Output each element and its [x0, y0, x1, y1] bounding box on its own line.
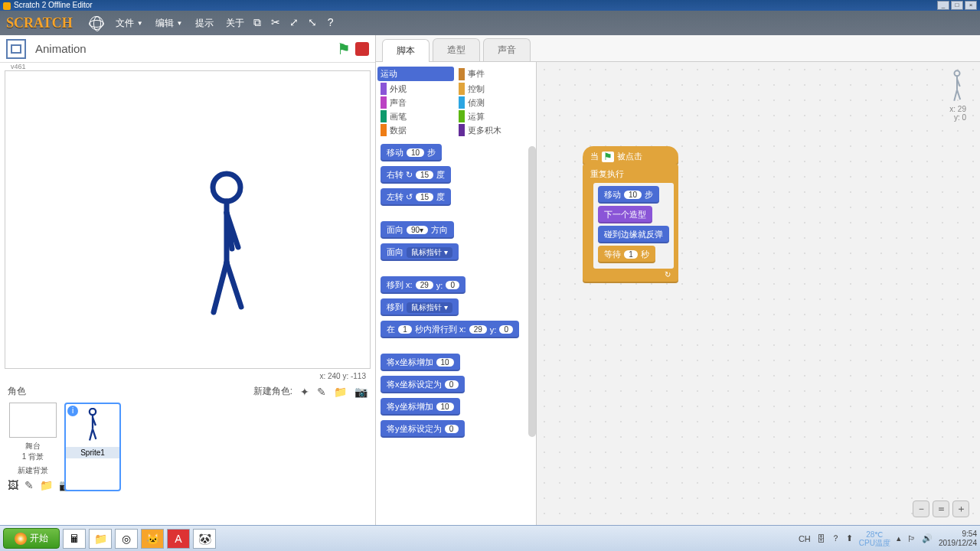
minimize-button[interactable]: _	[937, 1, 949, 10]
menubar: SCRATCH 文件 编辑 提示 关于 ⧉ ✂ ⤢ ⤡ ?	[0, 11, 980, 35]
upload-backdrop-icon[interactable]: 📁	[40, 479, 53, 491]
tray-icon-3[interactable]: ⬆	[846, 533, 853, 543]
stage[interactable]	[5, 70, 371, 369]
zoom-out-button[interactable]: －	[913, 500, 929, 517]
hat-when-flag-clicked[interactable]: 当⚑被点击	[583, 146, 678, 165]
tray-volume-icon[interactable]: 🔊	[922, 533, 933, 543]
tray-expand-icon[interactable]: ▴	[897, 533, 901, 543]
taskbar-app-3[interactable]: ◎	[115, 529, 138, 549]
sprite-on-stage[interactable]	[200, 171, 253, 327]
system-clock[interactable]: 9:542019/12/24	[939, 530, 977, 548]
start-orb-icon	[15, 533, 27, 545]
camera-sprite-icon[interactable]: 📷	[354, 386, 368, 398]
category-pen[interactable]: 画笔	[381, 110, 454, 122]
category-events[interactable]: 事件	[459, 67, 532, 81]
shrink-tool-icon[interactable]: ⤡	[305, 16, 319, 30]
mouse-coords: x: 240 y: -113	[0, 369, 375, 380]
svg-line-10	[93, 429, 96, 439]
svg-point-11	[954, 70, 959, 76]
taskbar-app-6[interactable]: 🐼	[193, 529, 216, 549]
close-button[interactable]: ×	[965, 1, 977, 10]
block-forever[interactable]: 重复执行 移动10步 下一个造型 碰到边缘就反弹 等待1秒 ↻	[583, 164, 678, 283]
new-backdrop-label: 新建背景	[8, 465, 58, 476]
sprite-thumbnail[interactable]: i Sprite1	[64, 403, 121, 491]
svg-line-9	[90, 429, 93, 441]
version-label: v461	[0, 63, 375, 70]
category-control[interactable]: 控制	[459, 83, 532, 95]
editor-tabs: 脚本 造型 声音	[376, 35, 980, 62]
sprites-label: 角色	[8, 385, 26, 398]
category-sound[interactable]: 声音	[381, 96, 454, 109]
ime-indicator[interactable]: CH	[799, 534, 811, 543]
language-button[interactable]	[83, 13, 109, 33]
sprite-preview: x: 29y: 0	[948, 70, 966, 122]
cut-tool-icon[interactable]: ✂	[269, 16, 283, 30]
script-stack[interactable]: 当⚑被点击 重复执行 移动10步 下一个造型 碰到边缘就反弹 等待1秒 ↻	[583, 146, 678, 283]
svg-line-4	[214, 262, 227, 312]
category-data[interactable]: 数据	[381, 124, 454, 136]
cpu-temp[interactable]: 28℃CPU温度	[859, 530, 890, 547]
block-set-x[interactable]: 将x坐标设定为0	[381, 376, 465, 393]
sprite-info-icon[interactable]: i	[67, 406, 78, 416]
zoom-in-button[interactable]: ＋	[952, 500, 969, 517]
taskbar-app-5[interactable]: A	[167, 529, 190, 549]
category-looks[interactable]: 外观	[381, 83, 454, 95]
script-wait[interactable]: 等待1秒	[598, 246, 655, 263]
menu-edit[interactable]: 编辑	[149, 14, 189, 33]
block-change-y[interactable]: 将y坐标增加10	[381, 398, 460, 416]
script-canvas[interactable]: x: 29y: 0 当⚑被点击 重复执行 移动10步 下一个造型 碰到边缘就反弹…	[537, 62, 980, 525]
menu-file[interactable]: 文件	[109, 14, 149, 33]
help-tool-icon[interactable]: ?	[324, 16, 338, 30]
stamp-tool-icon[interactable]: ⧉	[250, 16, 264, 30]
tab-scripts[interactable]: 脚本	[382, 39, 430, 62]
project-title[interactable]: Animation	[35, 42, 87, 55]
tab-sounds[interactable]: 声音	[483, 38, 531, 61]
script-move[interactable]: 移动10步	[598, 186, 659, 204]
sprite-from-library-icon[interactable]: ✦	[300, 386, 309, 398]
globe-icon	[90, 16, 103, 30]
menu-tips[interactable]: 提示	[189, 14, 220, 33]
tray-flag-icon[interactable]: 🏳	[907, 534, 916, 543]
tray-icon-2[interactable]: ？	[831, 533, 840, 544]
grow-tool-icon[interactable]: ⤢	[287, 16, 301, 30]
backdrop-library-icon[interactable]: 🖼	[8, 479, 18, 491]
paint-sprite-icon[interactable]: ✎	[317, 386, 326, 398]
stage-thumbnail[interactable]: 舞台 1 背景 新建背景 🖼 ✎ 📁 📷	[8, 403, 58, 491]
green-flag-icon: ⚑	[602, 152, 614, 162]
zoom-reset-button[interactable]: ＝	[933, 500, 949, 517]
paint-backdrop-icon[interactable]: ✎	[24, 479, 34, 491]
tray-icon-1[interactable]: 🗄	[817, 534, 825, 543]
menu-about[interactable]: 关于	[220, 14, 250, 33]
svg-line-15	[957, 90, 960, 99]
taskbar-app-2[interactable]: 📁	[89, 529, 112, 549]
block-glide[interactable]: 在1秒内滑行到 x:29y:0	[381, 321, 519, 338]
block-point-direction[interactable]: 面向90▾方向	[381, 221, 454, 239]
category-motion[interactable]: 运动	[377, 67, 454, 81]
maximize-button[interactable]: □	[951, 1, 963, 10]
block-turn-right[interactable]: 右转 ↻15度	[381, 166, 451, 184]
fullscreen-button[interactable]	[6, 39, 26, 59]
category-operators[interactable]: 运算	[459, 110, 532, 122]
block-palette: 运动 事件 外观 控制 声音 侦测 画笔 运算 数据 更多积木 移动10步 右转…	[376, 62, 537, 525]
block-turn-left[interactable]: 左转 ↺15度	[381, 188, 451, 206]
tab-costumes[interactable]: 造型	[433, 38, 480, 61]
upload-sprite-icon[interactable]: 📁	[334, 386, 347, 398]
block-point-towards[interactable]: 面向鼠标指针 ▾	[381, 243, 459, 261]
svg-line-5	[227, 262, 241, 307]
green-flag-button[interactable]: ⚑	[337, 40, 351, 58]
stop-button[interactable]	[355, 42, 369, 56]
taskbar-app-4[interactable]: 🐱	[141, 529, 164, 549]
script-bounce[interactable]: 碰到边缘就反弹	[598, 226, 669, 243]
category-sensing[interactable]: 侦测	[459, 96, 532, 109]
taskbar-app-1[interactable]: 🖩	[63, 529, 86, 549]
block-set-y[interactable]: 将y坐标设定为0	[381, 420, 465, 438]
block-change-x[interactable]: 将x坐标增加10	[381, 354, 460, 371]
palette-scrollbar[interactable]	[528, 146, 536, 437]
category-more[interactable]: 更多积木	[459, 124, 532, 136]
start-button[interactable]: 开始	[3, 528, 60, 549]
block-move-steps[interactable]: 移动10步	[381, 144, 442, 161]
script-next-costume[interactable]: 下一个造型	[598, 206, 652, 223]
block-goto-xy[interactable]: 移到 x:29y:0	[381, 276, 466, 294]
stage-header: Animation ⚑	[0, 35, 375, 63]
block-goto-object[interactable]: 移到鼠标指针 ▾	[381, 298, 459, 316]
